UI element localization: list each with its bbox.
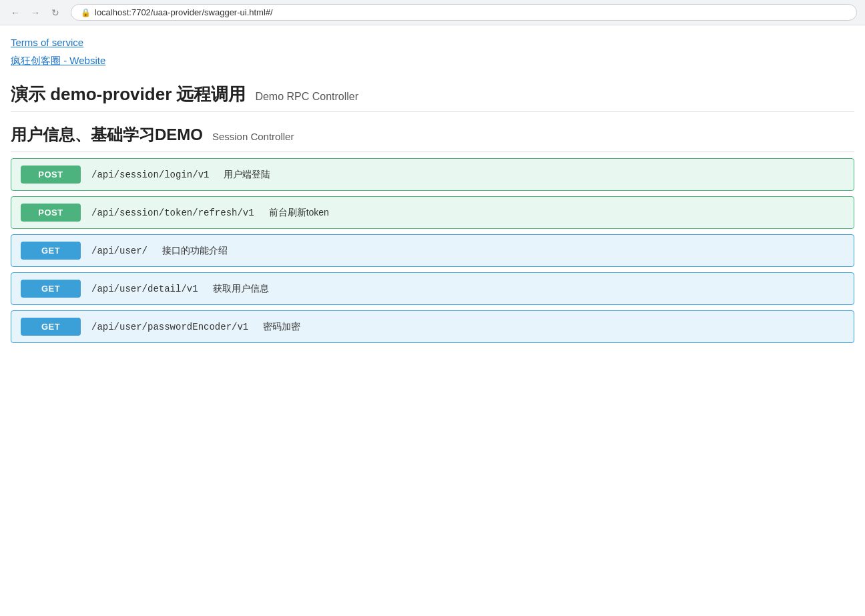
- website-link[interactable]: 疯狂创客圈 - Website: [11, 51, 854, 69]
- endpoint-path-3: /api/user/detail/v1: [91, 284, 198, 294]
- url-text: localhost:7702/uaa-provider/swagger-ui.h…: [95, 7, 273, 17]
- endpoint-desc-3: 获取用户信息: [213, 283, 269, 295]
- lock-icon: 🔒: [81, 8, 91, 17]
- method-badge-4: GET: [21, 318, 81, 336]
- endpoint-row[interactable]: GET/api/user/passwordEncoder/v1密码加密: [11, 310, 854, 343]
- reload-button[interactable]: ↻: [48, 5, 63, 20]
- user-section-subtitle: Session Controller: [212, 131, 294, 142]
- endpoint-path-0: /api/session/login/v1: [91, 170, 209, 180]
- address-bar[interactable]: 🔒 localhost:7702/uaa-provider/swagger-ui…: [71, 4, 857, 21]
- endpoint-row[interactable]: GET/api/user/接口的功能介绍: [11, 234, 854, 267]
- browser-nav: ← → ↻: [8, 5, 63, 20]
- method-badge-3: GET: [21, 280, 81, 298]
- demo-section-title: 演示 demo-provider 远程调用: [11, 84, 246, 104]
- endpoint-row[interactable]: POST/api/session/login/v1用户端登陆: [11, 158, 854, 191]
- endpoint-path-2: /api/user/: [91, 246, 148, 256]
- demo-section-header: 演示 demo-provider 远程调用 Demo RPC Controlle…: [11, 83, 854, 112]
- method-badge-2: GET: [21, 242, 81, 260]
- endpoint-desc-1: 前台刷新token: [269, 207, 329, 219]
- browser-toolbar: ← → ↻ 🔒 localhost:7702/uaa-provider/swag…: [0, 0, 865, 25]
- endpoints-list: POST/api/session/login/v1用户端登陆POST/api/s…: [11, 158, 854, 343]
- endpoint-row[interactable]: GET/api/user/detail/v1获取用户信息: [11, 272, 854, 305]
- page-content: Terms of service 疯狂创客圈 - Website 演示 demo…: [0, 25, 865, 351]
- back-button[interactable]: ←: [8, 5, 23, 20]
- endpoint-desc-2: 接口的功能介绍: [162, 245, 228, 257]
- endpoint-path-1: /api/session/token/refresh/v1: [91, 208, 254, 218]
- endpoint-desc-4: 密码加密: [263, 321, 300, 333]
- endpoint-path-4: /api/user/passwordEncoder/v1: [91, 322, 248, 332]
- endpoint-desc-0: 用户端登陆: [224, 169, 270, 181]
- method-badge-1: POST: [21, 204, 81, 222]
- endpoint-row[interactable]: POST/api/session/token/refresh/v1前台刷新tok…: [11, 196, 854, 229]
- forward-button[interactable]: →: [28, 5, 43, 20]
- links-section: Terms of service 疯狂创客圈 - Website: [11, 33, 854, 69]
- demo-section-subtitle: Demo RPC Controller: [255, 91, 358, 102]
- method-badge-0: POST: [21, 166, 81, 184]
- user-section-header: 用户信息、基础学习DEMO Session Controller: [11, 124, 854, 151]
- user-section-title: 用户信息、基础学习DEMO: [11, 125, 203, 143]
- terms-of-service-link[interactable]: Terms of service: [11, 33, 854, 51]
